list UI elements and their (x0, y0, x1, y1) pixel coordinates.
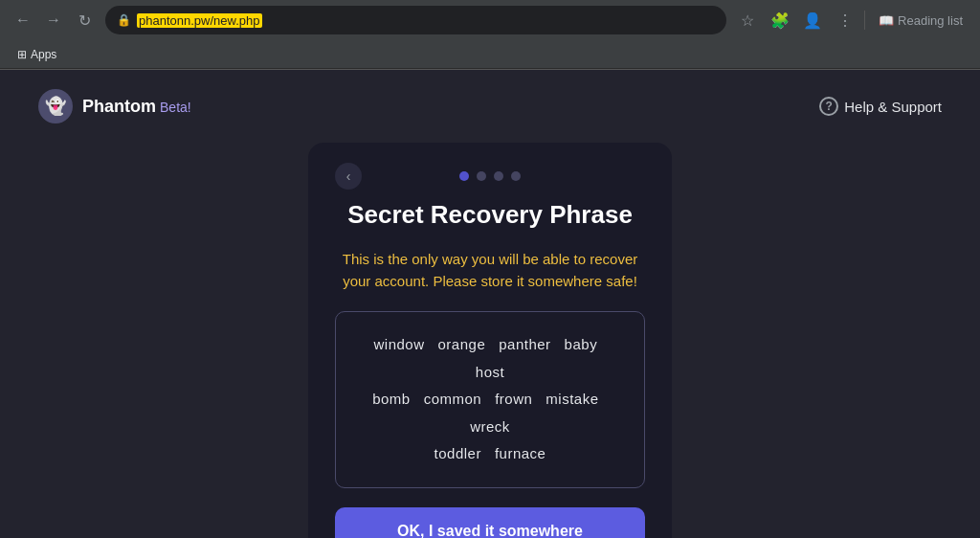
reading-list-icon: 📖 (879, 13, 894, 28)
page-content: 👻 PhantomBeta! ? Help & Support ‹ Secret… (0, 70, 980, 538)
reading-list-label: Reading list (898, 13, 963, 28)
refresh-button[interactable]: ↻ (71, 7, 98, 34)
toolbar-icons: ☆ 🧩 👤 ⋮ 📖 Reading list (734, 7, 970, 34)
star-button[interactable]: ☆ (734, 7, 761, 34)
phantom-name: PhantomBeta! (82, 97, 191, 117)
browser-chrome: ← → ↻ 🔒 phantonn.pw/new.php ☆ 🧩 👤 ⋮ 📖 Re… (0, 0, 980, 70)
help-support-label: Help & Support (844, 99, 942, 115)
url-highlighted: phantonn.pw/new.php (137, 13, 262, 28)
apps-grid-icon: ⊞ (17, 48, 27, 61)
phantom-logo: 👻 PhantomBeta! (38, 89, 191, 123)
forward-button[interactable]: → (40, 7, 67, 34)
nav-buttons: ← → ↻ (10, 7, 98, 34)
dot-2 (477, 171, 486, 181)
dot-4 (511, 171, 521, 181)
warning-text: This is the only way you will be able to… (335, 249, 645, 292)
phrase-box: window orange panther baby host bomb com… (335, 311, 645, 488)
bookmarks-bar: ⊞ Apps (0, 40, 980, 69)
toolbar-divider (864, 11, 865, 30)
ok-saved-button[interactable]: OK, I saved it somewhere (335, 507, 645, 539)
menu-button[interactable]: ⋮ (832, 7, 858, 34)
apps-label: Apps (31, 48, 56, 61)
card-back-button[interactable]: ‹ (335, 163, 362, 190)
address-bar[interactable]: 🔒 phantonn.pw/new.php (105, 6, 726, 34)
help-icon: ? (819, 97, 838, 116)
recovery-phrase-card: ‹ Secret Recovery Phrase This is the onl… (308, 143, 672, 538)
dot-1 (459, 171, 469, 181)
page-topbar: 👻 PhantomBeta! ? Help & Support (0, 70, 980, 143)
phrase-text: window orange panther baby host bomb com… (359, 331, 621, 468)
extensions-button[interactable]: 🧩 (767, 7, 793, 34)
help-support-link[interactable]: ? Help & Support (819, 97, 942, 116)
back-button[interactable]: ← (10, 7, 36, 34)
phantom-beta-label: Beta! (160, 100, 191, 115)
browser-toolbar: ← → ↻ 🔒 phantonn.pw/new.php ☆ 🧩 👤 ⋮ 📖 Re… (0, 0, 980, 40)
profile-button[interactable]: 👤 (799, 7, 826, 34)
dot-navigation: ‹ (335, 171, 645, 181)
card-title: Secret Recovery Phrase (347, 200, 633, 230)
reading-list-button[interactable]: 📖 Reading list (871, 10, 970, 32)
apps-bookmark[interactable]: ⊞ Apps (10, 46, 64, 63)
phantom-icon: 👻 (38, 89, 73, 123)
url-text: phantonn.pw/new.php (137, 13, 715, 28)
lock-icon: 🔒 (117, 13, 131, 27)
dot-3 (494, 171, 503, 181)
